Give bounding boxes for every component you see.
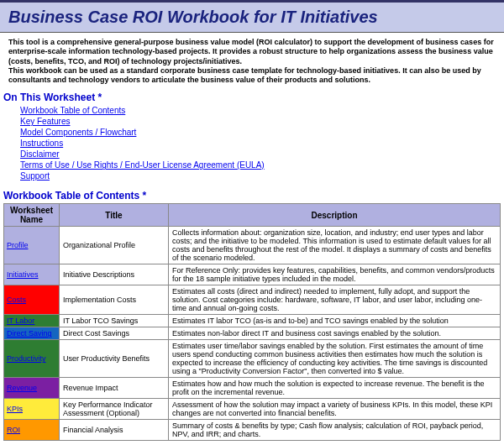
worksheet-desc: Estimates all costs (direct and indirect…	[169, 285, 501, 315]
worksheet-link[interactable]: Costs	[4, 294, 59, 306]
worksheet-link[interactable]: Revenue	[4, 382, 59, 394]
worksheet-name-cell: Revenue	[4, 378, 60, 399]
worksheet-desc: Estimates non-labor direct IT and busine…	[169, 327, 501, 340]
table-row: ProductivityUser Productivity BenefitsEs…	[4, 340, 501, 378]
anchor-link[interactable]: Workbook Table of Contents	[20, 105, 484, 116]
page-title: Business Case ROI Workbook for IT Initia…	[8, 8, 496, 27]
worksheet-title: IT Labor TCO Savings	[60, 315, 169, 327]
worksheet-link[interactable]: ROI	[4, 424, 59, 436]
worksheet-link[interactable]: KPIs	[4, 403, 59, 415]
col-desc: Description	[169, 204, 501, 227]
worksheet-name-cell: Direct Saving	[4, 327, 60, 340]
worksheet-link[interactable]: Productivity	[4, 353, 59, 364]
table-row: KPIsKey Performance Indicator Assessment…	[4, 399, 501, 420]
col-title: Title	[60, 204, 169, 227]
intro-p2: This workbook can be used as a standard …	[8, 66, 481, 84]
worksheet-title: Financial Analysis	[60, 420, 169, 441]
toc-table: Worksheet Name Title Description Profile…	[3, 203, 501, 441]
worksheet-title: Key Performance Indicator Assessment (Op…	[60, 399, 169, 420]
anchor-link[interactable]: Key Features	[20, 116, 484, 127]
anchor-link[interactable]: Terms of Use / Use Rights / End-User Lic…	[20, 160, 484, 170]
anchor-links: Workbook Table of ContentsKey FeaturesMo…	[0, 105, 504, 185]
worksheet-name-cell: KPIs	[4, 399, 60, 420]
worksheet-name-cell: Productivity	[4, 340, 60, 378]
worksheet-title: Revenue Impact	[60, 378, 169, 399]
worksheet-name-cell: ROI	[4, 420, 60, 441]
worksheet-title: Implementation Costs	[60, 285, 169, 315]
table-row: RevenueRevenue ImpactEstimates how and h…	[4, 378, 501, 399]
anchor-link[interactable]: Support	[20, 170, 484, 181]
anchor-link[interactable]: Model Components / Flowchart	[20, 127, 484, 138]
table-row: Direct SavingDirect Cost SavingsEstimate…	[4, 327, 501, 340]
worksheet-link[interactable]: IT Labor	[4, 315, 59, 327]
worksheet-name-cell: Profile	[4, 227, 60, 264]
worksheet-name-cell: Costs	[4, 285, 60, 315]
worksheet-desc: Summary of costs & benefits by type; Cas…	[169, 420, 501, 441]
worksheet-desc: For Reference Only: provides key feature…	[169, 264, 501, 285]
worksheet-title: Direct Cost Savings	[60, 327, 169, 340]
worksheet-link[interactable]: Direct Saving	[4, 327, 59, 339]
table-row: ROIFinancial AnalysisSummary of costs & …	[4, 420, 501, 441]
title-bar: Business Case ROI Workbook for IT Initia…	[0, 0, 504, 33]
worksheet-link[interactable]: Profile	[4, 239, 59, 251]
worksheet-name-cell: Initiatives	[4, 264, 60, 285]
table-row: IT LaborIT Labor TCO SavingsEstimates IT…	[4, 315, 501, 327]
worksheet-desc: Estimates user time/labor savings enable…	[169, 340, 501, 378]
col-name: Worksheet Name	[4, 204, 60, 227]
worksheet-title: User Productivity Benefits	[60, 340, 169, 378]
worksheet-desc: Assessment of how the solution may impac…	[169, 399, 501, 420]
worksheet-name-cell: IT Labor	[4, 315, 60, 327]
intro-p1: This tool is a comprehensive general-pur…	[8, 38, 494, 65]
table-row: InitiativesInitiative DescriptionsFor Re…	[4, 264, 501, 285]
worksheet-desc: Estimates how and how much the solution …	[169, 378, 501, 399]
on-this-worksheet-heading: On This Worksheet *	[0, 86, 504, 105]
anchor-link[interactable]: Disclaimer	[20, 149, 484, 160]
table-row: ProfileOrganizational ProfileCollects in…	[4, 227, 501, 264]
toc-heading: Workbook Table of Contents *	[0, 185, 504, 203]
worksheet-desc: Collects information about: organization…	[169, 227, 501, 264]
worksheet-title: Initiative Descriptions	[60, 264, 169, 285]
intro-block: This tool is a comprehensive general-pur…	[0, 33, 504, 86]
anchor-link[interactable]: Instructions	[20, 138, 484, 149]
table-row: CostsImplementation CostsEstimates all c…	[4, 285, 501, 315]
worksheet-link[interactable]: Initiatives	[4, 269, 59, 280]
worksheet-title: Organizational Profile	[60, 227, 169, 264]
worksheet-desc: Estimates IT labor TCO (as-is and to-be)…	[169, 315, 501, 327]
